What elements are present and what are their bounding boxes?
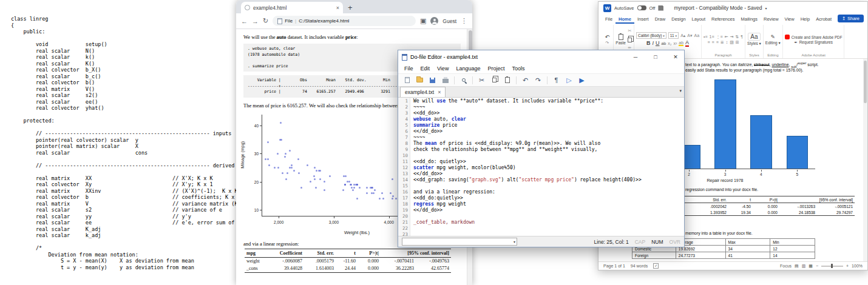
focus-button[interactable]: Focus bbox=[780, 264, 792, 268]
shading-icon[interactable]: ▨ bbox=[730, 40, 734, 45]
zoom-slider[interactable] bbox=[821, 266, 843, 267]
word-titlebar[interactable]: W AutoSave Off myreport - Compatibility … bbox=[598, 2, 867, 14]
dofile-tab[interactable]: example4.txt × bbox=[400, 87, 446, 97]
indent-icon[interactable]: ⇥ bbox=[730, 35, 734, 39]
close-button[interactable]: ✕ bbox=[667, 50, 684, 64]
justify-icon[interactable]: ≣ bbox=[721, 40, 724, 45]
dofile-titlebar[interactable]: Do-file Editor - example4.txt ─ □ ✕ bbox=[398, 50, 684, 64]
change-case-icon[interactable]: Aa bbox=[694, 33, 700, 38]
web-layout-icon[interactable]: ▦ bbox=[809, 264, 813, 269]
autosave-toggle[interactable] bbox=[637, 5, 646, 10]
italic-button[interactable]: I bbox=[652, 40, 654, 46]
ribbon-tab-mailings[interactable]: Mailings bbox=[737, 14, 761, 24]
text-highlight-button[interactable]: ab bbox=[679, 41, 683, 46]
line-spacing-icon[interactable]: ↕ bbox=[726, 40, 728, 44]
font-size-select[interactable]: 11▾ bbox=[668, 32, 679, 39]
address-bar[interactable]: File | C:/Stata/example4.html bbox=[273, 16, 416, 26]
editing-button[interactable]: Editing ▾ bbox=[765, 41, 781, 45]
browser-action-icon[interactable]: ▣ bbox=[420, 17, 426, 25]
ribbon-tab-view[interactable]: View bbox=[782, 14, 798, 24]
menu-item[interactable]: Edit bbox=[417, 65, 434, 72]
minimize-button[interactable]: ─ bbox=[627, 50, 644, 64]
cut-icon[interactable]: ✂ bbox=[476, 75, 487, 86]
outdent-icon[interactable]: ⇤ bbox=[725, 35, 728, 39]
ribbon-tab-help[interactable]: Help bbox=[798, 14, 813, 24]
ribbon-tab-insert[interactable]: Insert bbox=[634, 14, 652, 24]
menu-item[interactable]: View bbox=[433, 65, 452, 72]
save-icon[interactable] bbox=[427, 75, 438, 86]
save-icon[interactable] bbox=[658, 5, 663, 11]
zoom-level[interactable]: 100% bbox=[852, 264, 863, 268]
grow-font-icon[interactable]: A▴ bbox=[680, 33, 685, 38]
scrollbar-thumb[interactable] bbox=[864, 61, 867, 103]
reload-icon[interactable]: ↻ bbox=[263, 17, 268, 25]
bullet-list-icon[interactable]: •≡ bbox=[704, 35, 708, 39]
font-color-button[interactable]: A bbox=[685, 39, 689, 47]
zoom-knob[interactable] bbox=[831, 264, 833, 268]
find-icon[interactable] bbox=[458, 75, 469, 86]
back-icon[interactable]: ← bbox=[241, 18, 248, 25]
create-pdf-button[interactable]: Create and Share Adobe PDF bbox=[785, 35, 843, 39]
paste-button[interactable]: Paste bbox=[615, 34, 626, 45]
open-icon[interactable] bbox=[414, 75, 426, 86]
chevron-down-icon[interactable]: ▾ bbox=[765, 6, 767, 10]
align-left-icon[interactable]: ≡ bbox=[707, 40, 710, 44]
copy-icon[interactable] bbox=[489, 75, 500, 86]
print-layout-icon[interactable]: ▥ bbox=[802, 264, 806, 269]
multilevel-list-icon[interactable]: ⋮≡ bbox=[716, 35, 723, 39]
share-button[interactable]: ↥Share bbox=[838, 15, 864, 22]
cut-icon[interactable]: ✂ bbox=[628, 29, 632, 33]
ribbon-tab-layout[interactable]: Layout bbox=[689, 14, 709, 24]
run-icon[interactable]: ▷ bbox=[563, 75, 575, 86]
ribbon-tab-review[interactable]: Review bbox=[761, 14, 782, 24]
menu-item[interactable]: File bbox=[401, 65, 417, 72]
ribbon-tab-draw[interactable]: Draw bbox=[652, 14, 669, 24]
do-icon[interactable]: ▶ bbox=[576, 75, 588, 86]
zoom-out-icon[interactable]: − bbox=[816, 264, 818, 268]
underline-button[interactable]: U bbox=[656, 40, 660, 46]
ribbon-tab-design[interactable]: Design bbox=[668, 14, 688, 24]
page-indicator[interactable]: Page 1 of 1 bbox=[603, 264, 625, 268]
show-marks-icon[interactable]: ¶ bbox=[551, 75, 562, 86]
tab-close-icon[interactable]: × bbox=[336, 5, 339, 11]
menu-item[interactable]: Tools bbox=[508, 65, 528, 72]
dofile-status-combo[interactable]: ▾ bbox=[402, 238, 517, 246]
copy-icon[interactable] bbox=[628, 34, 632, 45]
dofile-code[interactable]: We will use the **auto** dataset. It inc… bbox=[410, 98, 684, 236]
align-right-icon[interactable]: ≡ bbox=[716, 40, 719, 44]
tab-list-caret-icon[interactable]: ▾ bbox=[679, 89, 682, 93]
superscript-button[interactable]: x² bbox=[673, 41, 677, 45]
profile-avatar[interactable] bbox=[430, 17, 438, 25]
new-tab-button[interactable]: + bbox=[348, 3, 353, 12]
zoom-in-icon[interactable]: + bbox=[846, 264, 849, 268]
tab-close-icon[interactable]: × bbox=[438, 89, 441, 95]
align-center-icon[interactable]: ≡ bbox=[712, 40, 714, 44]
ribbon-tab-acrobat[interactable]: Acrobat bbox=[813, 14, 835, 24]
print-icon[interactable] bbox=[439, 75, 451, 86]
undo-icon[interactable]: ↶ bbox=[605, 34, 609, 40]
bold-button[interactable]: B bbox=[646, 40, 651, 46]
shrink-font-icon[interactable]: A▾ bbox=[687, 33, 692, 38]
ribbon-tab-file[interactable]: File bbox=[602, 14, 615, 24]
dofile-editor[interactable]: 1234567891011121314151617181920212223 We… bbox=[398, 98, 684, 236]
styles-button[interactable]: Styles ▾ bbox=[747, 41, 761, 46]
ribbon-tab-home[interactable]: Home bbox=[615, 14, 634, 24]
new-do-file-icon[interactable] bbox=[401, 75, 413, 86]
word-scrollbar[interactable] bbox=[863, 59, 867, 261]
browser-tab[interactable]: example4.html × bbox=[241, 2, 343, 13]
numbered-list-icon[interactable]: 1≡ bbox=[710, 35, 714, 39]
read-mode-icon[interactable]: ▤ bbox=[795, 264, 799, 269]
menu-item[interactable]: Language bbox=[452, 65, 484, 72]
undo-icon[interactable]: ↶ bbox=[520, 75, 531, 86]
borders-icon[interactable]: ⊞ bbox=[736, 40, 739, 45]
strikethrough-button[interactable]: ab bbox=[661, 41, 666, 45]
forward-icon[interactable]: → bbox=[252, 18, 259, 25]
maximize-button[interactable]: □ bbox=[647, 50, 664, 64]
ribbon-tab-references[interactable]: References bbox=[708, 14, 737, 24]
word-count[interactable]: 94 words bbox=[631, 264, 648, 268]
sort-icon[interactable]: ⇅ bbox=[735, 35, 739, 39]
paste-icon[interactable] bbox=[501, 75, 513, 86]
proofing-icon[interactable]: ✓ bbox=[653, 263, 659, 269]
font-name-select[interactable]: Calibri (Body)▾ bbox=[636, 32, 666, 39]
pilcrow-icon[interactable]: ¶ bbox=[741, 35, 743, 39]
